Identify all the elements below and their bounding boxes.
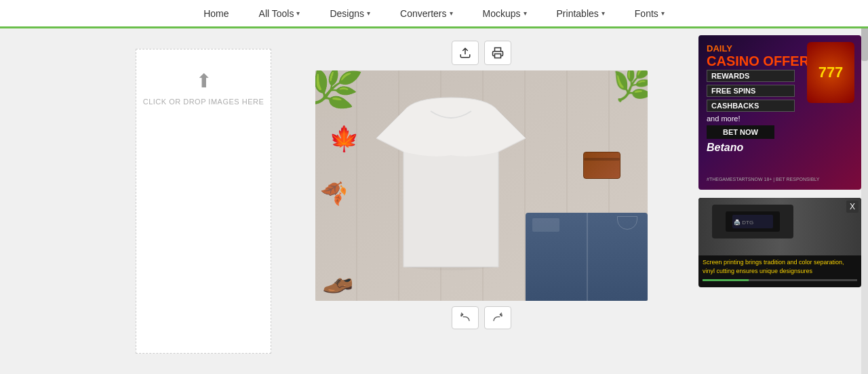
nav-all-tools[interactable]: All Tools ▾ [255, 5, 304, 22]
upload-panel[interactable]: ⬆ CLICK OR DROP IMAGES HERE [136, 49, 271, 354]
chevron-down-icon: ▾ [524, 9, 527, 17]
ad-video-caption: Screen printing brings tradition and col… [698, 255, 861, 278]
mockup-background: 🌿 🌿 🍁 🍂 [315, 70, 648, 301]
right-sidebar: DAILY CASINO OFFER REWARDS FREE SPINS CA… [692, 28, 868, 374]
ad-free-spins-item: FREE SPINS [707, 85, 795, 97]
svg-rect-1 [495, 54, 501, 58]
nav-printables[interactable]: Printables ▾ [553, 5, 609, 22]
chevron-down-icon: ▾ [661, 9, 665, 17]
video-controls [698, 278, 861, 283]
leaf-1: 🍁 [329, 125, 359, 153]
nav-mockups[interactable]: Mockups ▾ [479, 5, 531, 22]
ad-betano-brand: Betano [707, 142, 853, 154]
mockup-canvas: 🌿 🌿 🍁 🍂 [315, 70, 648, 301]
print-button[interactable] [484, 41, 511, 65]
nav-home[interactable]: Home [199, 5, 233, 22]
ad-bet-now-button[interactable]: BET NOW [707, 125, 774, 139]
nav-home-label: Home [203, 8, 229, 19]
upload-icon: ⬆ [196, 70, 212, 92]
nav-fonts-label: Fonts [635, 8, 658, 19]
nav-designs[interactable]: Designs ▾ [326, 5, 374, 22]
ad-slot-machine: 777 [807, 42, 854, 103]
ad-and-more-label: and more! [707, 115, 853, 123]
tshirt [376, 91, 526, 280]
nav-fonts[interactable]: Fonts ▾ [631, 5, 669, 22]
ad-cashbacks-item: CASHBACKS [707, 100, 795, 112]
bottom-controls [452, 306, 511, 329]
nav-converters[interactable]: Converters ▾ [396, 5, 456, 22]
print-machine-visual: 🖨️ DTG [698, 198, 861, 255]
plant-top-right: 🌿 [612, 70, 648, 103]
video-progress-bar [703, 279, 857, 281]
nav-all-tools-label: All Tools [259, 8, 294, 19]
jeans [526, 213, 648, 301]
ad-close-button[interactable]: X [846, 201, 859, 213]
shoes: 👞 [322, 264, 354, 294]
nav-mockups-label: Mockups [483, 8, 521, 19]
chevron-down-icon: ▾ [367, 9, 370, 17]
ad-video-banner: 🖨️ DTG Screen printing brings tradition … [698, 198, 861, 287]
ad-video-thumbnail: 🖨️ DTG [698, 198, 861, 255]
upload-area[interactable]: ⬆ CLICK OR DROP IMAGES HERE [143, 70, 264, 106]
redo-button[interactable] [484, 306, 511, 329]
canvas-wrapper: 🌿 🌿 🍁 🍂 [315, 35, 648, 329]
ad-video-caption-text: Screen printing brings tradition and col… [703, 259, 844, 274]
ad-rewards-item: REWARDS [707, 70, 795, 82]
main-content: ⬆ CLICK OR DROP IMAGES HERE [0, 28, 868, 374]
nav-printables-label: Printables [557, 8, 599, 19]
ad-video-caption-highlight: ures [801, 268, 813, 274]
scrollbar[interactable] [861, 0, 868, 374]
ad-banner-casino: DAILY CASINO OFFER REWARDS FREE SPINS CA… [698, 35, 861, 190]
undo-button[interactable] [452, 306, 479, 329]
chevron-down-icon: ▾ [601, 9, 605, 17]
nav-designs-label: Designs [330, 8, 364, 19]
canvas-area: 🌿 🌿 🍁 🍂 [271, 28, 692, 374]
nav-converters-label: Converters [400, 8, 446, 19]
upload-label: CLICK OR DROP IMAGES HERE [143, 98, 264, 106]
chevron-down-icon: ▾ [296, 9, 300, 17]
top-navigation: Home All Tools ▾ Designs ▾ Converters ▾ … [0, 0, 868, 28]
chevron-down-icon: ▾ [450, 9, 453, 17]
ad-disclaimer: #THEGAMESTARTSNOW 18+ | BET RESPONSIBLY [707, 177, 853, 182]
upload-button[interactable] [452, 41, 479, 65]
canvas-toolbar [452, 41, 511, 65]
wallet [583, 152, 620, 179]
